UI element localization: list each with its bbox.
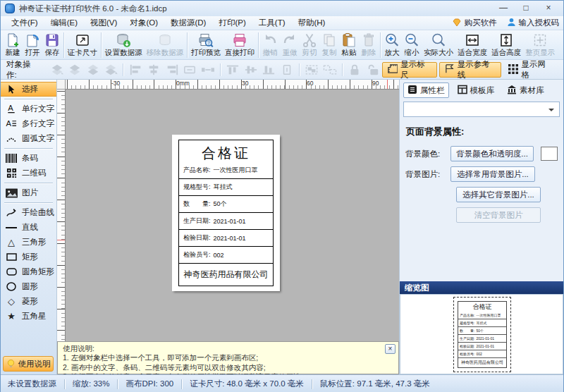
barcode-icon bbox=[4, 154, 18, 163]
tool-qrcode[interactable]: 二维码 bbox=[1, 166, 56, 180]
certificate-card[interactable]: 合格证 产品名称: 一次性医用口罩 规格型号: 耳挂式 数 量: 50个 bbox=[172, 135, 280, 291]
fit-height-button[interactable]: 适合高度 bbox=[489, 31, 523, 59]
background-color-button[interactable]: 背景颜色和透明度... bbox=[450, 146, 534, 161]
object-operations-label: 对象操作: bbox=[6, 59, 40, 80]
object-selector-combobox[interactable] bbox=[403, 102, 560, 117]
toolbar-separator bbox=[63, 32, 64, 58]
full-page-icon bbox=[532, 32, 548, 48]
chevron-down-icon bbox=[548, 109, 554, 114]
diamond-icon: ◇ bbox=[4, 297, 18, 306]
zoom-in-button[interactable]: 放大 bbox=[382, 31, 402, 59]
mouse-position-marker-y bbox=[57, 240, 65, 240]
card-row[interactable]: 检验员号: 002 bbox=[179, 246, 273, 263]
license-code-button[interactable]: 输入授权码 bbox=[507, 18, 560, 28]
show-ruler-toggle[interactable]: 显示标尺 bbox=[382, 62, 437, 78]
database-set-icon bbox=[116, 32, 131, 48]
tool-triangle[interactable]: △ 三角形 bbox=[1, 235, 56, 250]
row-label: 数 量: bbox=[183, 200, 211, 209]
tool-multi-line-text[interactable]: A 多行文字 bbox=[1, 116, 56, 131]
common-background-image-button[interactable]: 选择常用背景图片... bbox=[450, 166, 535, 182]
menu-datasource[interactable]: 数据源(D) bbox=[164, 16, 212, 30]
toggle-label: 显示标尺 bbox=[400, 59, 432, 80]
show-guides-toggle[interactable]: 显示参考线 bbox=[439, 62, 502, 78]
titlebar: 神奇证卡证书打印软件 6.0 - 未命名1.idcp — □ × bbox=[1, 1, 563, 16]
minimize-button[interactable]: — bbox=[493, 2, 514, 15]
instructions-title: 使用说明: bbox=[63, 344, 384, 353]
paste-button[interactable]: 粘贴 bbox=[339, 31, 359, 59]
line-icon bbox=[4, 226, 18, 230]
other-background-image-button[interactable]: 选择其它背景图片... bbox=[456, 187, 541, 202]
tool-rectangle[interactable]: 矩形 bbox=[1, 250, 56, 264]
direct-print-button[interactable]: 直接打印 bbox=[223, 31, 257, 59]
card-row[interactable]: 生产日期: 2021-01-01 bbox=[179, 212, 273, 229]
scissors-icon bbox=[302, 32, 317, 48]
thumbnail-card[interactable]: 合格证 产品名称:一次性医用口罩 规格型号:耳挂式 数 量:50个 生产日期:2… bbox=[453, 297, 511, 372]
tab-materials[interactable]: 素材库 bbox=[503, 82, 548, 98]
instructions-close-button[interactable]: × bbox=[385, 344, 396, 354]
remove-datasource-button: 移除数据源 bbox=[145, 31, 186, 59]
menu-file[interactable]: 文件(F) bbox=[5, 16, 44, 30]
save-button[interactable]: 保存 bbox=[42, 31, 62, 59]
maximize-button[interactable]: □ bbox=[515, 2, 537, 15]
tool-image[interactable]: 图片 bbox=[1, 185, 56, 200]
ruler-origin-corner bbox=[57, 80, 66, 90]
show-grid-toggle[interactable]: 显示网格 bbox=[503, 62, 558, 78]
print-preview-button[interactable]: 打印预览 bbox=[189, 31, 223, 59]
menu-print[interactable]: 打印(P) bbox=[212, 16, 252, 30]
cut-button: 剪切 bbox=[300, 31, 319, 59]
canvas-area[interactable]: -30 0mm 30 60 90 合格证 产品名称: 一次性医用口罩 bbox=[57, 80, 399, 374]
tool-barcode[interactable]: 条码 bbox=[1, 151, 56, 166]
buy-software-button[interactable]: 购买软件 bbox=[452, 18, 497, 29]
thumbnail-card-title: 合格证 bbox=[458, 302, 506, 311]
menu-tools[interactable]: 工具(T) bbox=[252, 16, 292, 30]
card-row[interactable]: 产品名称: 一次性医用口罩 bbox=[179, 161, 273, 178]
star-icon: ★ bbox=[4, 312, 18, 321]
main-area: 选择 A 单行文字 A 多行文字 圆弧文字 条码 二维码 bbox=[1, 80, 563, 374]
tool-freehand-curve[interactable]: 手绘曲线 bbox=[1, 205, 56, 220]
row-label: 生产日期: bbox=[460, 336, 474, 341]
open-button[interactable]: 打开 bbox=[23, 31, 42, 59]
button-label: 证卡尺寸 bbox=[68, 48, 97, 58]
align-left-icon bbox=[127, 63, 145, 77]
status-separator bbox=[117, 379, 118, 389]
card-row[interactable]: 检验日期: 2021-01-01 bbox=[179, 229, 273, 246]
set-datasource-button[interactable]: 设置数据源 bbox=[103, 31, 145, 59]
send-to-back-icon bbox=[102, 63, 120, 77]
tool-diamond[interactable]: ◇ 菱形 bbox=[1, 294, 56, 309]
new-button[interactable]: 新建 bbox=[3, 31, 23, 59]
triangle-icon: △ bbox=[4, 238, 18, 247]
actual-size-button[interactable]: 实际大小 bbox=[422, 31, 455, 59]
zoom-out-icon bbox=[404, 32, 419, 48]
tool-line[interactable]: 直线 bbox=[1, 220, 56, 235]
multi-text-icon: A bbox=[4, 118, 18, 129]
actual-size-icon bbox=[431, 32, 446, 48]
menu-view[interactable]: 视图(V) bbox=[84, 16, 123, 30]
tab-properties[interactable]: 属性栏 bbox=[403, 82, 449, 98]
tool-arc-text[interactable]: 圆弧文字 bbox=[1, 131, 56, 146]
row-value: 2021-01-01 bbox=[214, 235, 246, 242]
usage-help-button[interactable]: 使用说明 bbox=[3, 356, 54, 372]
card-row[interactable]: 数 量: 50个 bbox=[179, 195, 273, 212]
tool-circle[interactable]: 圆形 bbox=[1, 279, 56, 294]
usage-instructions-box: 使用说明: 1. 左侧对象栏中选择一个工具，即可添加一个元素到画布区; 2. 画… bbox=[57, 341, 399, 374]
menu-edit[interactable]: 编辑(E) bbox=[44, 16, 84, 30]
grid-icon bbox=[508, 64, 518, 75]
fit-width-button[interactable]: 适合宽度 bbox=[455, 31, 489, 59]
tool-select[interactable]: 选择 bbox=[1, 82, 56, 97]
close-button[interactable]: × bbox=[538, 2, 559, 15]
tool-rounded-rectangle[interactable]: 圆角矩形 bbox=[1, 264, 56, 279]
tab-templates[interactable]: 模板库 bbox=[453, 82, 499, 98]
card-company[interactable]: 神奇医药用品有限公司 bbox=[179, 263, 273, 286]
card-row[interactable]: 规格型号: 耳挂式 bbox=[179, 178, 273, 195]
tool-label: 圆角矩形 bbox=[22, 267, 54, 277]
card-title[interactable]: 合格证 bbox=[179, 140, 273, 161]
tool-star[interactable]: ★ 五角星 bbox=[1, 309, 56, 324]
menu-help[interactable]: 帮助(H) bbox=[291, 16, 331, 30]
row-label: 数 量: bbox=[460, 329, 474, 333]
menu-object[interactable]: 对象(O) bbox=[123, 16, 164, 30]
tool-label: 菱形 bbox=[22, 296, 38, 307]
tool-single-line-text[interactable]: A 单行文字 bbox=[1, 102, 56, 116]
background-color-swatch[interactable] bbox=[541, 147, 558, 161]
card-size-button[interactable]: 证卡尺寸 bbox=[66, 31, 99, 59]
zoom-out-button[interactable]: 缩小 bbox=[402, 31, 422, 59]
